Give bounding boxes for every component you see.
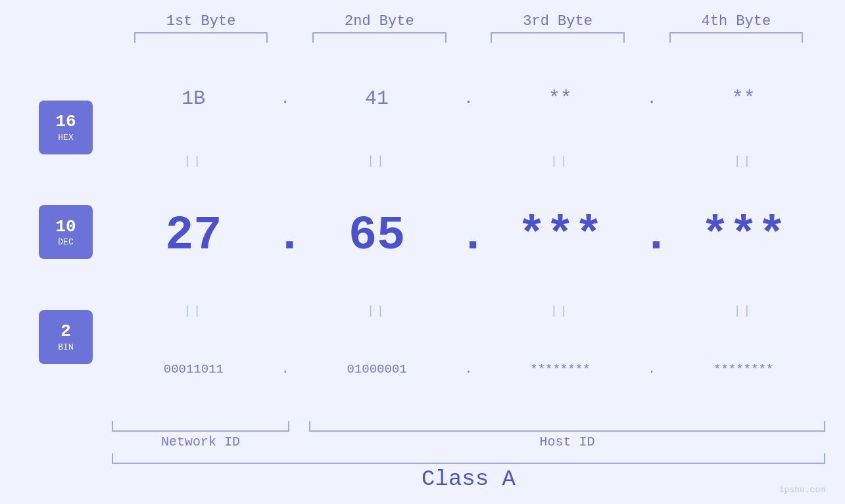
bin-b2: 01000001 <box>295 362 459 377</box>
top-brackets-row <box>112 32 825 43</box>
byte-header-3: 3rd Byte <box>469 13 647 30</box>
hex-b1: 1B <box>112 87 276 110</box>
top-bracket-3 <box>491 32 624 43</box>
data-column: 1B . 41 . ** . ** <box>112 43 825 421</box>
hex-badge-label: HEX <box>58 133 73 143</box>
dec-b2: 65 <box>295 212 459 260</box>
dec-sep-3: . <box>642 212 662 260</box>
bin-badge-number: 2 <box>60 321 71 342</box>
byte-header-4: 4th Byte <box>647 13 825 30</box>
eq2-b1: || <box>112 304 276 317</box>
network-id-label: Network ID <box>112 434 289 449</box>
watermark: ipshu.com <box>779 485 825 495</box>
bottom-labels-row: Network ID Host ID <box>112 434 825 449</box>
eq1-b1: || <box>112 154 276 168</box>
top-bracket-1 <box>134 32 268 43</box>
dec-badge-label: DEC <box>58 237 73 247</box>
eq2-b3: || <box>479 304 642 317</box>
bin-sep-2: . <box>459 362 479 377</box>
bin-b4: ******** <box>662 362 825 377</box>
host-id-label: Host ID <box>309 434 825 449</box>
top-bracket-cell-4 <box>647 32 825 43</box>
page-container: 1st Byte 2nd Byte 3rd Byte 4th Byte 16 H… <box>0 0 845 504</box>
top-bracket-cell-2 <box>290 32 468 43</box>
class-bracket <box>112 453 825 464</box>
top-bracket-cell-3 <box>469 32 647 43</box>
bin-row: 00011011 . 01000001 . ******** . <box>112 362 825 377</box>
hex-b4: ** <box>662 87 825 110</box>
host-id-bracket <box>309 421 825 432</box>
bin-sep-3: . <box>642 362 662 377</box>
bin-sep-1: . <box>276 362 295 377</box>
eq1-b4: || <box>662 154 825 168</box>
byte-header-2: 2nd Byte <box>290 13 468 30</box>
hex-badge-number: 16 <box>55 112 76 132</box>
bin-badge-label: BIN <box>58 342 73 352</box>
eq2-b4: || <box>662 304 825 317</box>
middle-section: 16 HEX 10 DEC 2 BIN 1B . <box>20 43 825 421</box>
hex-row: 1B . 41 . ** . ** <box>112 87 825 110</box>
hex-sep-2: . <box>459 90 479 108</box>
dec-sep-2: . <box>459 212 479 260</box>
class-label: Class A <box>112 467 825 492</box>
bin-badge: 2 BIN <box>39 310 93 364</box>
dec-b1: 27 <box>112 212 276 260</box>
equals-row-2: || || || || <box>112 304 825 317</box>
eq1-b3: || <box>479 154 642 168</box>
byte-headers-row: 1st Byte 2nd Byte 3rd Byte 4th Byte <box>112 13 825 30</box>
hex-b2: 41 <box>295 87 459 110</box>
badge-column: 16 HEX 10 DEC 2 BIN <box>20 43 112 421</box>
dec-badge: 10 DEC <box>39 205 93 259</box>
eq2-b2: || <box>295 304 459 317</box>
dec-badge-number: 10 <box>55 217 76 237</box>
hex-sep-3: . <box>642 90 662 108</box>
hex-badge: 16 HEX <box>39 101 93 154</box>
top-bracket-4 <box>669 32 803 43</box>
dec-b3: *** <box>479 212 642 260</box>
bottom-section: Network ID Host ID Class A <box>112 421 825 494</box>
byte-header-1: 1st Byte <box>112 13 290 30</box>
top-bracket-2 <box>312 32 446 43</box>
bottom-brackets-row <box>112 421 825 432</box>
bin-b1: 00011011 <box>112 362 276 377</box>
hex-b3: ** <box>479 87 642 110</box>
dec-b4: *** <box>662 212 825 260</box>
dec-row: 27 . 65 . *** . *** <box>112 212 825 260</box>
eq1-b2: || <box>295 154 459 168</box>
top-bracket-cell-1 <box>112 32 290 43</box>
bin-b3: ******** <box>479 362 642 377</box>
network-id-bracket <box>112 421 289 432</box>
dec-sep-1: . <box>276 212 295 260</box>
equals-row-1: || || || || <box>112 154 825 168</box>
hex-sep-1: . <box>276 90 295 108</box>
